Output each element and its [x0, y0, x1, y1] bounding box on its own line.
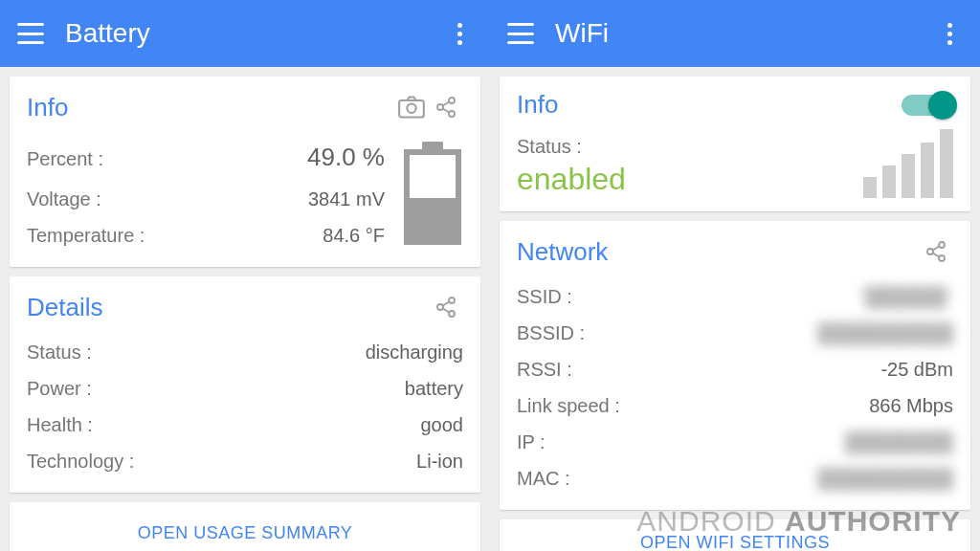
- status-value: discharging: [366, 334, 463, 370]
- card-title: Network: [517, 237, 919, 267]
- ip-value: ████████: [845, 424, 953, 460]
- card-title: Info: [517, 90, 902, 120]
- battery-screen: Battery Info Percent :49.0 %: [0, 0, 490, 551]
- svg-point-14: [939, 255, 945, 261]
- wifi-info-card: Info Status : enabled: [500, 77, 970, 211]
- page-title: WiFi: [555, 18, 936, 49]
- health-label: Health :: [27, 407, 93, 443]
- ssid-value: "██████": [858, 278, 953, 315]
- open-wifi-settings-button[interactable]: OPEN WIFI SETTINGS: [500, 519, 970, 551]
- svg-point-8: [437, 304, 443, 310]
- card-title: Details: [27, 293, 429, 322]
- svg-point-9: [449, 311, 455, 317]
- wifi-network-card: Network SSID :"██████" BSSID :██████████…: [500, 221, 970, 510]
- svg-point-12: [939, 242, 945, 248]
- svg-line-16: [933, 253, 940, 257]
- link-speed-value: 866 Mbps: [869, 387, 953, 424]
- open-usage-summary-button[interactable]: OPEN USAGE SUMMARY: [10, 502, 480, 551]
- power-label: Power :: [27, 370, 92, 407]
- temperature-value: 84.6 °F: [323, 217, 385, 253]
- svg-line-6: [443, 109, 450, 113]
- bssid-label: BSSID :: [517, 315, 585, 351]
- svg-line-11: [443, 309, 450, 313]
- percent-label: Percent :: [27, 141, 103, 177]
- battery-details-card: Details Status :discharging Power :batte…: [10, 276, 480, 493]
- ssid-label: SSID :: [517, 278, 572, 315]
- svg-line-10: [443, 302, 450, 306]
- power-value: battery: [405, 370, 463, 407]
- wifi-status-label: Status :: [517, 131, 863, 162]
- voltage-value: 3841 mV: [308, 181, 385, 217]
- signal-strength-icon: [863, 129, 953, 198]
- svg-line-5: [443, 102, 450, 106]
- rssi-value: -25 dBm: [880, 351, 953, 387]
- overflow-menu-icon[interactable]: [936, 20, 963, 47]
- link-speed-label: Link speed :: [517, 387, 620, 424]
- menu-icon[interactable]: [17, 23, 44, 44]
- overflow-menu-icon[interactable]: [446, 20, 473, 47]
- health-value: good: [421, 407, 464, 443]
- svg-point-4: [449, 111, 455, 117]
- voltage-label: Voltage :: [27, 181, 101, 217]
- battery-level-icon: [402, 142, 463, 247]
- battery-info-card: Info Percent :49.0 % Voltage :3841 mV Te…: [10, 77, 480, 267]
- status-label: Status :: [27, 334, 92, 370]
- percent-value: 49.0 %: [307, 134, 385, 181]
- svg-point-3: [437, 104, 443, 110]
- card-title: Info: [27, 93, 394, 122]
- mac-label: MAC :: [517, 460, 570, 496]
- svg-point-13: [927, 249, 933, 254]
- share-icon[interactable]: [429, 290, 463, 324]
- page-title: Battery: [65, 18, 446, 49]
- bssid-value: ██████████: [817, 315, 953, 351]
- appbar: WiFi: [490, 0, 980, 67]
- wifi-screen: WiFi Info Status : enabled: [490, 0, 980, 551]
- mac-value: ██████████: [817, 460, 953, 496]
- svg-point-7: [449, 298, 455, 303]
- ip-label: IP :: [517, 424, 546, 460]
- share-icon[interactable]: [429, 90, 463, 124]
- rssi-label: RSSI :: [517, 351, 572, 387]
- temperature-label: Temperature :: [27, 217, 145, 253]
- technology-label: Technology :: [27, 443, 134, 479]
- svg-point-2: [449, 98, 455, 103]
- wifi-status-value: enabled: [517, 162, 863, 197]
- share-icon[interactable]: [919, 234, 953, 269]
- svg-point-1: [407, 104, 415, 113]
- camera-icon[interactable]: [394, 90, 429, 124]
- technology-value: Li-ion: [416, 443, 463, 479]
- menu-icon[interactable]: [507, 23, 534, 44]
- appbar: Battery: [0, 0, 490, 67]
- svg-line-15: [933, 247, 940, 251]
- wifi-toggle[interactable]: [902, 95, 953, 116]
